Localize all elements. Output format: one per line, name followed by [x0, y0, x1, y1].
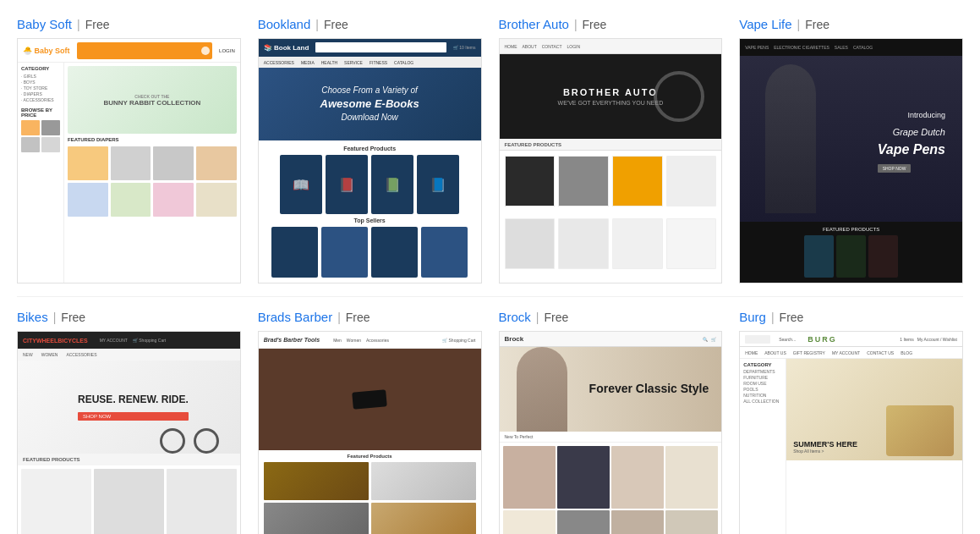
babysoft-hero: CHECK OUT THE BUNNY RABBIT COLLECTION [68, 66, 237, 134]
thumbnail-babysoft[interactable]: 🐣 Baby Soft LOGIN CATEGORY · GIRLS · BOY… [17, 38, 241, 284]
thumbnail-vapelife[interactable]: VAPE PENS ELECTRONIC CIGARETTES SALES CA… [739, 38, 963, 284]
auto-products-grid [500, 151, 722, 283]
separator-bookland: | [315, 18, 319, 31]
auto-product-5 [505, 218, 556, 269]
bowtie-image [352, 389, 387, 409]
brock-model-image [517, 347, 567, 432]
thumbnail-bookland[interactable]: 📚 Book Land 🛒 10 Items ACCESSORIES MEDIA… [258, 38, 482, 284]
bookland-search[interactable] [315, 42, 446, 52]
babysoft-sidebar: CATEGORY · GIRLS · BOYS · TOY STORE · DI… [18, 63, 64, 283]
cat-item-2: · BOYS [21, 80, 60, 85]
auto-product-8 [666, 218, 717, 269]
bikes-cart: 🛒 Shopping Cart [133, 338, 166, 343]
separator-babysoft: | [77, 18, 80, 31]
barber-featured-label: Featured Products [264, 454, 476, 459]
barber-nav-men: Men [333, 338, 342, 343]
book-1: 📖 [280, 155, 322, 214]
burg-nav-about: ABOUT US [764, 350, 786, 355]
product-3 [153, 146, 194, 180]
badge-brock: Free [544, 311, 568, 324]
theme-link-brotherauto[interactable]: Brother Auto [499, 17, 569, 31]
vapelife-cta[interactable]: SHOP NOW [878, 164, 912, 173]
vape-product-1 [804, 235, 834, 278]
theme-link-bradsbarber[interactable]: Brads Barber [258, 310, 332, 324]
cat-title: CATEGORY [21, 66, 60, 71]
burg-cat-furniture: FURNITURE [743, 375, 782, 380]
burg-hero: SUMMER'S HERE Shop All Items > [786, 359, 962, 460]
burg-cat-roomuse: ROOM USE [743, 381, 782, 386]
nav-login: LOGIN [567, 44, 581, 49]
burg-search-box[interactable] [745, 335, 770, 344]
babysoft-main: CHECK OUT THE BUNNY RABBIT COLLECTION FE… [64, 63, 240, 283]
bestseller-1 [271, 227, 318, 278]
vapelife-hero-text: Introducing Grape Dutch Vape Pens SHOP N… [878, 104, 945, 174]
theme-link-bikes[interactable]: Bikes [17, 310, 48, 324]
cat-service: SERVICE [344, 60, 363, 65]
bookland-hero: Choose From a Variety of Awesome E-Books… [259, 68, 481, 140]
thumbnail-brotherauto[interactable]: HOME ABOUT CONTACT LOGIN BROTHER AUTO WE… [499, 38, 723, 284]
bikes-nav: CITYWHEELBICYCLES MY ACCOUNT 🛒 Shopping … [18, 332, 240, 349]
vape-nav-pens: VAPE PENS [745, 45, 769, 50]
burg-cat-pools: POOLS [743, 387, 782, 392]
price-box-1 [21, 120, 40, 135]
badge-burg: Free [780, 311, 804, 324]
bikes-brand: CITYWHEELBICYCLES [23, 338, 88, 344]
babysoft-logo: 🐣 Baby Soft [23, 47, 70, 55]
barber-product-1 [264, 462, 369, 500]
bestsellers-row [264, 227, 476, 278]
burg-shop-link[interactable]: Shop All Items > [793, 449, 857, 454]
separator-bikes: | [53, 311, 57, 324]
theme-link-vapelife[interactable]: Vape Life [739, 17, 791, 31]
bikes-nav-new: NEW [23, 352, 33, 357]
auto-subtitle: WE'VE GOT EVERYTHING YOU NEED [558, 100, 664, 106]
burg-layout: CATEGORY DEPARTMENTS FURNITURE ROOM USE … [740, 359, 962, 534]
product-4 [196, 146, 237, 180]
barber-product-3 [264, 503, 369, 534]
bike-product-3 [167, 469, 237, 534]
barber-product-2 [371, 462, 476, 500]
babysoft-search[interactable] [77, 42, 213, 59]
bikes-account: MY ACCOUNT [100, 338, 128, 343]
auto-product-1 [505, 156, 556, 206]
login-link[interactable]: LOGIN [219, 48, 235, 53]
row-divider [17, 296, 963, 297]
theme-link-brock[interactable]: Brock [499, 310, 531, 324]
thumbnail-bikes[interactable]: CITYWHEELBICYCLES MY ACCOUNT 🛒 Shopping … [17, 331, 241, 534]
featured-title: Featured Products [264, 146, 476, 151]
auto-product-4 [666, 156, 717, 206]
theme-header-brock: Brock | Free [499, 310, 723, 324]
price-box-4 [41, 137, 60, 152]
hero-text: CHECK OUT THE BUNNY RABBIT COLLECTION [103, 94, 200, 107]
brock-cart-icon: 🛒 [711, 337, 716, 342]
theme-header-burg: Burg | Free [739, 310, 963, 324]
books-row: 📖 📕 📗 📘 [264, 155, 476, 214]
book-icon-3: 📗 [384, 177, 401, 193]
bikes-hero-content: REUSE. RENEW. RIDE. SHOP NOW [69, 394, 189, 421]
brotherauto-nav: HOME ABOUT CONTACT LOGIN [500, 39, 722, 54]
theme-card-vapelife: Vape Life | Free VAPE PENS ELECTRONIC CI… [739, 17, 963, 284]
barber-nav-women: Women [347, 338, 361, 343]
featured-bar: FEATURED PRODUCTS [500, 139, 722, 151]
featured-label: FEATURED PRODUCTS [505, 142, 562, 147]
bikes-title: REUSE. RENEW. RIDE. [78, 394, 189, 407]
burg-search-placeholder: Search... [779, 337, 796, 342]
bikes-cta[interactable]: SHOP NOW [78, 412, 189, 421]
badge-brotherauto: Free [583, 18, 607, 31]
barber-nav-accessories: Accessories [366, 338, 389, 343]
brock-search-icon: 🔍 [703, 337, 708, 342]
theme-header-brotherauto: Brother Auto | Free [499, 17, 723, 31]
badge-bradsbarber: Free [346, 311, 370, 324]
vape-product-2 [836, 235, 866, 278]
thumbnail-brock[interactable]: Brock 🔍 🛒 Forever Classic Style New To P… [499, 331, 723, 534]
burg-cat-departments: DEPARTMENTS [743, 369, 782, 374]
burg-nav: Search... BURG 1 Items My Account / Wish… [740, 332, 962, 347]
thumbnail-burg[interactable]: Search... BURG 1 Items My Account / Wish… [739, 331, 963, 534]
theme-link-burg[interactable]: Burg [739, 310, 766, 324]
thumbnail-bradsbarber[interactable]: Brad's Barber Tools Men Women Accessorie… [258, 331, 482, 534]
book-3: 📗 [371, 155, 413, 214]
theme-link-bookland[interactable]: Bookland [258, 17, 311, 31]
theme-link-babysoft[interactable]: Baby Soft [17, 17, 72, 31]
barber-product-4 [371, 503, 476, 534]
barber-hero-content [353, 391, 386, 408]
theme-card-brock: Brock | Free Brock 🔍 🛒 Forever Classic S… [499, 310, 723, 534]
